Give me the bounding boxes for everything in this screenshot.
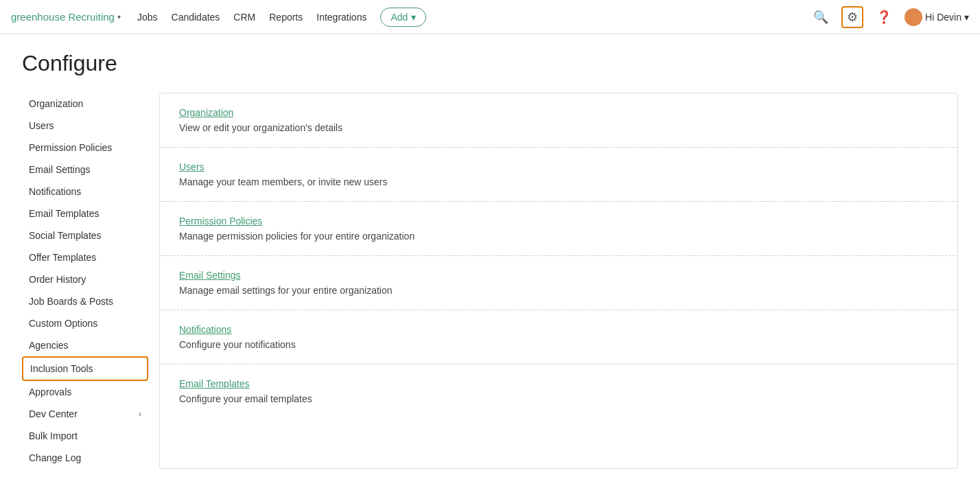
sidebar-item-label: Organization	[29, 98, 83, 109]
logo-recruiting: Recruiting	[65, 11, 115, 23]
content-desc-2: Manage permission policies for your enti…	[179, 231, 938, 242]
content-desc-3: Manage email settings for your entire or…	[179, 285, 938, 296]
sidebar-item-users[interactable]: Users	[22, 115, 148, 137]
nav-candidates[interactable]: Candidates	[172, 12, 220, 23]
help-icon: ❓	[876, 10, 891, 25]
gear-icon: ⚙	[847, 10, 858, 25]
content-row-3: Email SettingsManage email settings for …	[160, 256, 957, 310]
sidebar-item-label: Custom Options	[29, 318, 97, 329]
nav-links: Jobs Candidates CRM Reports Integrations…	[137, 8, 810, 27]
nav-integrations[interactable]: Integrations	[316, 12, 366, 23]
sidebar-item-label: Users	[29, 120, 54, 131]
sidebar-item-permission-policies[interactable]: Permission Policies	[22, 137, 148, 159]
sidebar-item-label: Email Templates	[29, 208, 99, 219]
search-button[interactable]: 🔍	[810, 6, 832, 28]
content-link-users[interactable]: Users	[179, 161, 205, 172]
user-avatar	[905, 8, 922, 26]
content-link-email-settings[interactable]: Email Settings	[179, 270, 240, 281]
sidebar-item-label: Bulk Import	[29, 430, 78, 441]
sidebar-item-custom-options[interactable]: Custom Options	[22, 312, 148, 334]
sidebar-item-change-log[interactable]: Change Log	[22, 447, 148, 469]
content-desc-5: Configure your email templates	[179, 393, 938, 404]
sidebar-item-organization[interactable]: Organization	[22, 93, 148, 115]
content-desc-0: View or edit your organization's details	[179, 122, 938, 133]
content-link-email-templates[interactable]: Email Templates	[179, 378, 249, 389]
sidebar-item-label: Order History	[29, 274, 86, 285]
page-wrapper: Configure OrganizationUsersPermission Po…	[0, 34, 980, 485]
sidebar-item-label: Inclusion Tools	[30, 363, 93, 374]
content-row-1: UsersManage your team members, or invite…	[160, 148, 957, 202]
content-link-organization[interactable]: Organization	[179, 107, 233, 118]
content-desc-1: Manage your team members, or invite new …	[179, 176, 938, 187]
page-title: Configure	[22, 51, 958, 76]
sidebar-item-label: Offer Templates	[29, 252, 96, 263]
logo-greenhouse: greenhouse	[11, 11, 65, 23]
nav-crm[interactable]: CRM	[233, 12, 255, 23]
sidebar-item-email-settings[interactable]: Email Settings	[22, 159, 148, 181]
content-link-permission-policies[interactable]: Permission Policies	[179, 216, 262, 227]
help-button[interactable]: ❓	[873, 6, 895, 28]
sidebar: OrganizationUsersPermission PoliciesEmai…	[22, 93, 159, 469]
settings-button[interactable]: ⚙	[841, 6, 863, 28]
sidebar-item-agencies[interactable]: Agencies	[22, 334, 148, 356]
sidebar-item-label: Job Boards & Posts	[29, 296, 113, 307]
sidebar-item-label: Approvals	[29, 386, 71, 397]
sidebar-item-job-boards--posts[interactable]: Job Boards & Posts	[22, 290, 148, 312]
user-menu[interactable]: Hi Devin ▾	[905, 8, 969, 26]
sidebar-item-bulk-import[interactable]: Bulk Import	[22, 425, 148, 447]
search-icon: 🔍	[813, 10, 828, 25]
content-row-5: Email TemplatesConfigure your email temp…	[160, 364, 957, 418]
content-link-notifications[interactable]: Notifications	[179, 324, 231, 335]
sidebar-item-label: Notifications	[29, 186, 81, 197]
sidebar-item-label: Email Settings	[29, 164, 90, 175]
sidebar-item-label: Agencies	[29, 340, 69, 351]
logo-chevron-icon: ▾	[117, 13, 121, 21]
top-navigation: greenhouse Recruiting ▾ Jobs Candidates …	[0, 0, 980, 34]
add-button[interactable]: Add ▾	[380, 8, 426, 27]
sidebar-item-label: Change Log	[29, 452, 81, 463]
nav-right: 🔍 ⚙ ❓ Hi Devin ▾	[810, 6, 969, 28]
content-area: OrganizationUsersPermission PoliciesEmai…	[22, 93, 958, 469]
content-row-0: OrganizationView or edit your organizati…	[160, 93, 957, 148]
sidebar-item-label: Dev Center	[29, 408, 78, 419]
sidebar-item-social-templates[interactable]: Social Templates	[22, 224, 148, 246]
content-row-4: NotificationsConfigure your notification…	[160, 310, 957, 364]
add-chevron-icon: ▾	[411, 12, 416, 23]
user-greeting-text: Hi Devin	[925, 12, 961, 23]
sidebar-item-inclusion-tools[interactable]: Inclusion Tools	[22, 356, 148, 381]
sidebar-item-approvals[interactable]: Approvals	[22, 381, 148, 403]
sidebar-item-label: Social Templates	[29, 230, 102, 241]
content-row-2: Permission PoliciesManage permission pol…	[160, 202, 957, 256]
sidebar-item-label: Permission Policies	[29, 142, 112, 153]
main-content: OrganizationView or edit your organizati…	[159, 93, 958, 469]
nav-reports[interactable]: Reports	[269, 12, 303, 23]
logo[interactable]: greenhouse Recruiting ▾	[11, 11, 121, 23]
sidebar-item-email-templates[interactable]: Email Templates	[22, 202, 148, 224]
sidebar-chevron-icon: ›	[139, 409, 141, 419]
sidebar-item-dev-center[interactable]: Dev Center›	[22, 403, 148, 425]
sidebar-item-notifications[interactable]: Notifications	[22, 181, 148, 202]
nav-jobs[interactable]: Jobs	[137, 12, 158, 23]
user-chevron-icon: ▾	[964, 12, 969, 23]
sidebar-item-offer-templates[interactable]: Offer Templates	[22, 246, 148, 268]
content-desc-4: Configure your notifications	[179, 339, 938, 350]
sidebar-item-order-history[interactable]: Order History	[22, 268, 148, 290]
